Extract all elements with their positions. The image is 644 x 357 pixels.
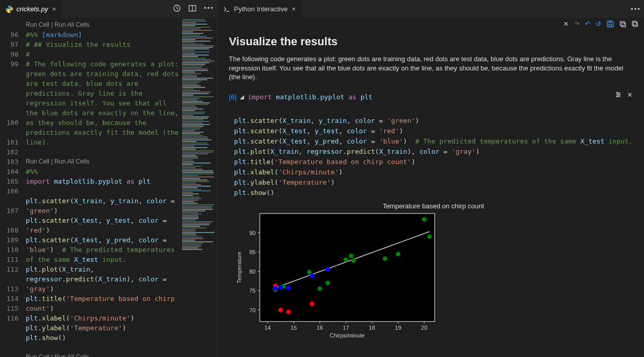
svg-point-52 <box>422 217 426 221</box>
tab-label: crickets.py <box>16 5 48 13</box>
svg-point-56 <box>286 309 291 314</box>
svg-point-44 <box>307 270 312 274</box>
svg-text:20: 20 <box>421 325 427 331</box>
run-cell-action-icon[interactable] <box>173 4 181 14</box>
svg-text:70: 70 <box>249 307 256 313</box>
save-icon[interactable] <box>606 20 614 28</box>
svg-text:85: 85 <box>249 249 256 255</box>
interactive-toolbar: ✕ ↷ ↶ ↺ <box>218 18 644 30</box>
more-actions-icon[interactable]: ••• <box>204 4 214 14</box>
cell-delete-icon[interactable]: ✕ <box>627 91 633 100</box>
output-heading: Visualize the results <box>229 35 633 48</box>
codelens-run-all[interactable]: Run All Cells <box>55 21 90 28</box>
svg-point-51 <box>396 252 401 256</box>
expand-all-icon[interactable] <box>619 20 627 28</box>
python-file-icon <box>5 5 13 13</box>
interactive-tabbar: Python Interactive × ••• <box>218 0 644 18</box>
cell-settings-icon[interactable] <box>615 91 622 100</box>
svg-point-61 <box>286 285 291 290</box>
svg-point-15 <box>617 96 618 97</box>
editor-tab-crickets[interactable]: crickets.py × <box>0 0 61 18</box>
svg-text:Chirps/minute: Chirps/minute <box>330 332 365 338</box>
codelens-run-cell[interactable]: Run Cell <box>26 21 49 28</box>
redo-icon[interactable]: ↷ <box>574 20 580 28</box>
svg-text:75: 75 <box>249 288 256 294</box>
scatter-plot: 141516171819207075808590Chirps/minuteTem… <box>234 211 440 340</box>
svg-rect-5 <box>609 21 612 23</box>
interactive-content: Visualize the results The following code… <box>218 30 644 357</box>
cell-header: [6] ◢ import matplotlib.pyplot as plt ✕ <box>229 92 633 102</box>
svg-point-53 <box>427 234 432 239</box>
svg-text:Temperature: Temperature <box>236 252 242 283</box>
remove-cell-icon[interactable]: ✕ <box>563 20 569 28</box>
cell-collapse-icon[interactable]: ◢ <box>240 94 244 100</box>
chart-title: Temperature based on chirp count <box>234 202 633 210</box>
close-icon[interactable]: × <box>52 5 56 13</box>
svg-text:80: 80 <box>249 268 256 274</box>
codelens-run-cell[interactable]: Run Cell <box>26 158 49 165</box>
svg-rect-7 <box>621 23 625 27</box>
svg-point-48 <box>351 258 356 263</box>
svg-rect-9 <box>632 21 636 25</box>
cell-code: plt.scatter(X_train, y_train, color = 'g… <box>229 105 633 198</box>
minimap[interactable] <box>181 18 217 357</box>
svg-point-63 <box>326 267 330 272</box>
svg-rect-4 <box>609 24 612 27</box>
close-icon[interactable]: × <box>292 5 296 13</box>
svg-point-57 <box>310 301 314 306</box>
svg-text:90: 90 <box>249 229 256 236</box>
svg-point-47 <box>344 257 348 262</box>
svg-rect-6 <box>620 21 624 25</box>
editor-tabbar: crickets.py × ••• <box>0 0 217 18</box>
svg-point-62 <box>310 274 314 278</box>
svg-text:18: 18 <box>369 325 375 331</box>
svg-text:17: 17 <box>343 325 349 331</box>
cell-first-line: import matplotlib.pyplot as plt <box>248 92 373 102</box>
cell-counter: [6] <box>229 93 236 101</box>
svg-point-60 <box>278 285 283 290</box>
svg-point-46 <box>326 280 330 285</box>
svg-point-13 <box>617 92 618 94</box>
undo-icon[interactable]: ↶ <box>585 20 591 28</box>
svg-text:16: 16 <box>317 325 323 331</box>
interactive-tab-label: Python Interactive <box>234 5 288 13</box>
chart-output: Temperature based on chirp count 1415161… <box>234 202 633 340</box>
svg-text:14: 14 <box>264 325 271 331</box>
svg-point-50 <box>383 256 387 261</box>
svg-point-55 <box>278 308 283 312</box>
code-content[interactable]: Run Cell | Run All Cells#%% [markdown]# … <box>26 18 181 357</box>
svg-text:19: 19 <box>395 325 401 331</box>
svg-point-14 <box>618 94 620 95</box>
output-paragraph: The following code generates a plot: gre… <box>229 55 633 82</box>
restart-icon[interactable]: ↺ <box>596 20 601 28</box>
svg-rect-8 <box>634 22 638 26</box>
svg-text:15: 15 <box>291 325 297 331</box>
svg-point-49 <box>349 254 353 258</box>
editor-area[interactable]: 96979899 100 101102103104105106 107 1081… <box>0 18 217 357</box>
line-number-gutter: 96979899 100 101102103104105106 107 1081… <box>0 18 26 357</box>
more-actions-icon[interactable]: ••• <box>631 5 641 13</box>
collapse-all-icon[interactable] <box>632 20 639 28</box>
svg-rect-16 <box>260 213 435 322</box>
svg-point-59 <box>273 286 278 291</box>
svg-point-45 <box>317 286 322 291</box>
python-interactive-tab[interactable]: Python Interactive × <box>218 0 301 18</box>
codelens-run-all[interactable]: Run All Cells <box>55 158 90 165</box>
interactive-icon <box>223 5 231 13</box>
codelens-run-all[interactable]: Run All Cells <box>55 353 90 357</box>
split-editor-icon[interactable] <box>188 4 196 14</box>
codelens-run-cell[interactable]: Run Cell <box>26 353 49 357</box>
